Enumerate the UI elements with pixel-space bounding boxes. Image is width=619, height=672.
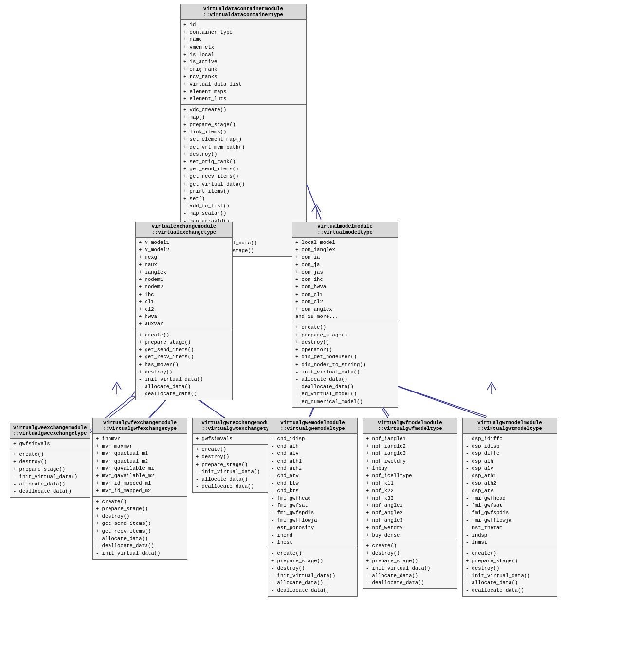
gwtm-field-9: - fmi_gwfsat (466, 502, 554, 509)
vdc-field-5: + is_active (183, 58, 303, 66)
vdc-field-0: + id (183, 21, 303, 29)
gwem-method-5: - deallocate_data() (271, 587, 354, 594)
vmod-field-4: + con_jas (295, 269, 395, 276)
vdc-method-1: + map() (183, 114, 303, 121)
gwfm-field-5: + npf_icelltype (366, 472, 454, 480)
gwtm-methods: - create() + prepare_stage() - destroy()… (463, 548, 557, 596)
gwtm-field-1: - dsp_idisp (466, 443, 554, 450)
gwfm-method-3: - init_virtual_data() (366, 565, 454, 572)
gwtm-field-7: - dsp_atv (466, 487, 554, 495)
vmod-method-7: - allocate_data() (295, 376, 395, 383)
vmod-method-5: + dis_noder_to_string() (295, 361, 395, 369)
vdc-fields: + id + container_type + name + vmem_ctx … (181, 19, 306, 104)
gwfe-fields: + innmvr + mvr_maxmvr + mvr_qpactual_m1 … (93, 433, 187, 496)
gwee-fields: + gwfsimvals (10, 438, 90, 449)
gwee-box: virtualgweexchangemodule ::virtualgweexc… (10, 423, 90, 498)
gwem-field-7: - cnd_kts (271, 487, 354, 495)
gwee-method-0: + create() (13, 451, 87, 458)
gwtm-method-5: - deallocate_data() (466, 587, 554, 594)
gwtm-field-14: - inmst (466, 539, 554, 546)
vmod-field-10: and 19 more... (295, 313, 395, 320)
gwem-field-0: - cnd_idisp (271, 435, 354, 443)
vmod-method-2: + destroy() (295, 339, 395, 346)
vex-method-3: + get_recv_items() (139, 354, 229, 361)
gwem-method-1: + prepare_stage() (271, 558, 354, 565)
gwtm-field-13: - indsp (466, 532, 554, 539)
gwee-title: virtualgweexchangemodule ::virtualgweexc… (10, 423, 90, 438)
gwtm-field-0: - dsp_idiffc (466, 435, 554, 443)
gwfe-field-0: + innmvr (96, 435, 184, 443)
vex-field-5: + nodem1 (139, 276, 229, 283)
gwfm-field-1: + npf_iangle2 (366, 443, 454, 450)
gwfm-field-12: + npf_wetdry (366, 524, 454, 532)
vex-box: virtualexchangemodule ::virtualexchanget… (135, 222, 233, 400)
gwfm-field-0: + npf_iangle1 (366, 435, 454, 443)
gwem-method-3: - init_virtual_data() (271, 572, 354, 579)
gwfm-field-10: + npf_angle2 (366, 509, 454, 517)
vex-field-9: + cl2 (139, 306, 229, 313)
gwfm-field-6: + npf_k11 (366, 480, 454, 487)
vex-method-0: + create() (139, 332, 229, 339)
vdc-box: virtualdatacontainermodule ::virtualdata… (180, 4, 307, 257)
vdc-method-11: + print_items() (183, 188, 303, 195)
gwem-field-9: - fmi_gwfsat (271, 502, 354, 509)
vdc-method-12: + set() (183, 195, 303, 203)
vex-field-6: + nodem2 (139, 283, 229, 291)
vmod-method-8: - deallocate_data() (295, 383, 395, 391)
vex-method-7: - allocate_data() (139, 383, 229, 391)
gwem-field-13: - incnd (271, 532, 354, 539)
gwfe-method-2: + destroy() (96, 513, 184, 520)
gwfe-method-7: - init_virtual_data() (96, 550, 184, 557)
gwtm-field-3: - dsp_alh (466, 458, 554, 465)
gwtm-fields: - dsp_idiffc - dsp_idisp - dsp_diffc - d… (463, 433, 557, 548)
gwee-field-0: + gwfsimvals (13, 440, 87, 448)
gwfe-methods: + create() + prepare_stage() + destroy()… (93, 496, 187, 559)
vmod-methods: + create() + prepare_stage() + destroy()… (292, 322, 398, 407)
vdc-field-2: + name (183, 36, 303, 43)
vex-field-8: + cl1 (139, 299, 229, 306)
gwee-method-5: - deallocate_data() (13, 488, 87, 495)
vdc-method-10: + get_virtual_data() (183, 181, 303, 188)
gwem-method-4: - allocate_data() (271, 579, 354, 587)
gwfe-method-0: + create() (96, 498, 184, 505)
gwfm-methods: + create() + destroy() + prepare_stage()… (363, 541, 457, 588)
gwtm-field-2: - dsp_diffc (466, 450, 554, 457)
gwfm-fields: + npf_iangle1 + npf_iangle2 + npf_iangle… (363, 433, 457, 541)
gwtm-field-4: - dsp_alv (466, 465, 554, 472)
gwtm-title: virtualgwtmodelmodule ::virtualgwtmodelt… (463, 418, 557, 433)
gwem-field-4: - cnd_ath2 (271, 465, 354, 472)
gwfe-field-6: + mvr_id_mapped_m1 (96, 480, 184, 487)
gwtm-field-12: - mst_thetam (466, 524, 554, 532)
vex-methods: + create() + prepare_stage() + get_send_… (136, 330, 232, 400)
vdc-method-5: + get_vrt_mem_path() (183, 144, 303, 151)
vdc-method-3: + link_items() (183, 129, 303, 136)
vdc-field-10: + element_luts (183, 95, 303, 103)
vex-method-5: + destroy() (139, 369, 229, 376)
gwem-fields: - cnd_idisp - cnd_alh - cnd_alv - cnd_at… (268, 433, 357, 548)
vdc-method-4: + set_element_map() (183, 136, 303, 143)
vex-field-4: + ianglex (139, 269, 229, 276)
gwem-box: virtualgwemodelmodule ::virtualgwemodelt… (268, 418, 358, 597)
vdc-method-6: + destroy() (183, 151, 303, 158)
gwfe-field-3: + mvr_qpactual_m2 (96, 458, 184, 465)
vmod-method-0: + create() (295, 324, 395, 331)
vdc-field-1: + container_type (183, 29, 303, 36)
gwfm-field-13: + buy_dense (366, 532, 454, 539)
gwtm-method-2: - destroy() (466, 565, 554, 572)
diagram-container: virtualdatacontainermodule ::virtualdata… (0, 0, 619, 672)
gwem-method-2: - destroy() (271, 565, 354, 572)
vex-method-1: + prepare_stage() (139, 339, 229, 346)
gwfm-field-7: + npf_k22 (366, 487, 454, 495)
gwfm-method-5: - deallocate_data() (366, 579, 454, 587)
gwfe-box: virtualgwfexchangemodule ::virtualgwfexc… (92, 418, 187, 560)
gwfe-method-5: - allocate_data() (96, 535, 184, 542)
gwtm-field-10: - fmi_gwfspdis (466, 509, 554, 517)
gwee-method-3: - init_virtual_data() (13, 473, 87, 481)
gwtm-method-1: + prepare_stage() (466, 558, 554, 565)
vdc-field-3: + vmem_ctx (183, 44, 303, 51)
gwtm-field-8: - fmi_gwfhead (466, 495, 554, 502)
vdc-method-0: + vdc_create() (183, 106, 303, 113)
vdc-field-7: + rcv_ranks (183, 74, 303, 81)
vmod-title: virtualmodelmodule ::virtualmodeltype (292, 222, 398, 237)
vex-title: virtualexchangemodule ::virtualexchanget… (136, 222, 232, 237)
